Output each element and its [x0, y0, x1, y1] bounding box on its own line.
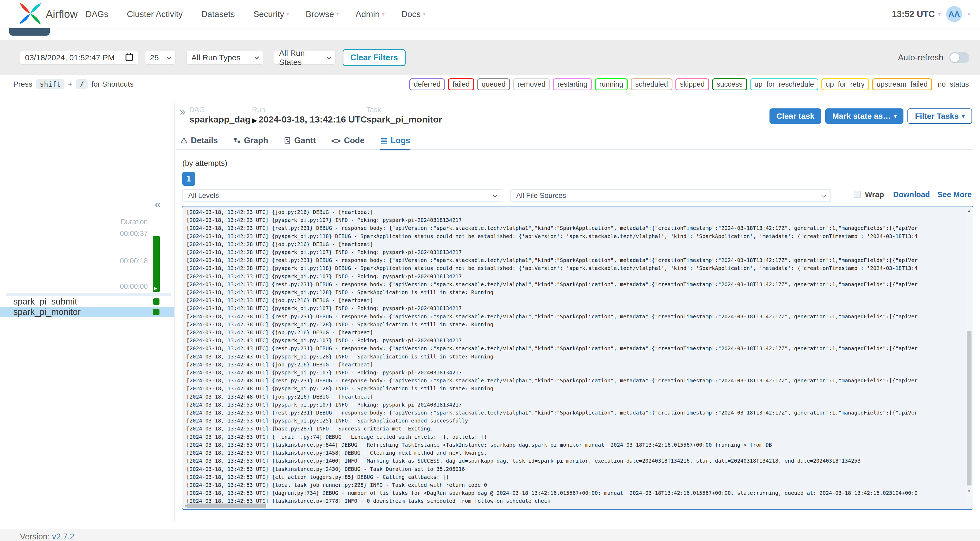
scroll-left-icon[interactable]: ◂: [185, 503, 186, 508]
status-badge: queued: [477, 78, 510, 90]
dag-link[interactable]: sparkapp_dag: [189, 114, 251, 125]
log-line: [2024-03-18, 13:42:53 UTC] {dagrun.py:73…: [186, 489, 966, 497]
airflow-page: Airflow DAGs Cluster Activity Datasets S…: [0, 0, 980, 541]
filter-tasks-button[interactable]: Filter Tasks▾: [907, 108, 972, 124]
log-line: [2024-03-18, 13:42:43 UTC] {rest.py:231}…: [186, 345, 966, 353]
run-types-select[interactable]: All Run Types: [186, 51, 263, 65]
scroll-up-icon[interactable]: ▲: [966, 208, 972, 213]
wrap-label: Wrap: [865, 190, 884, 199]
nav-item-label: Browse: [305, 9, 334, 19]
chevron-down-icon: ▾: [967, 11, 970, 18]
pane-divider[interactable]: [174, 102, 175, 521]
task-row-spark-pi-monitor[interactable]: spark_pi_monitor: [0, 307, 174, 317]
task-link[interactable]: spark_pi_monitor: [366, 114, 442, 125]
log-source-select[interactable]: All File Sources: [510, 189, 831, 202]
task-status-square[interactable]: [153, 298, 159, 305]
nav-item[interactable]: DAGs: [86, 9, 110, 19]
airflow-brand[interactable]: Airflow: [19, 2, 78, 27]
detail-tabs: Details Graph Gantt <> Code Logs: [176, 132, 973, 150]
tab-details[interactable]: Details: [180, 132, 218, 150]
nav-item[interactable]: Security ▾: [253, 9, 289, 19]
tab-label: Gantt: [294, 136, 316, 145]
scroll-down-icon[interactable]: ▼: [966, 489, 972, 494]
task-status-square[interactable]: [153, 309, 159, 315]
run-link[interactable]: ▶2024-03-18, 13:42:16 UTC: [252, 114, 367, 125]
auto-refresh-control: Auto-refresh: [898, 40, 969, 75]
run-states-value: All Run States: [279, 49, 322, 67]
tab-label: Code: [344, 136, 365, 145]
log-line: [2024-03-18, 13:42:23 UTC] {job.py:216} …: [186, 208, 966, 216]
download-link[interactable]: Download: [893, 190, 930, 199]
log-line: [2024-03-18, 13:42:48 UTC] {rest.py:231}…: [186, 377, 966, 385]
horizontal-scroll-thumb[interactable]: [187, 504, 266, 508]
cutoff-button: [9, 28, 50, 36]
duration-bar[interactable]: ▶: [153, 236, 160, 292]
status-badge: running: [595, 78, 628, 90]
log-line: [2024-03-18, 13:42:33 UTC] {pyspark_pi.p…: [186, 273, 966, 281]
duration-tick: 00:00:00: [106, 282, 148, 291]
status-badge: deferred: [409, 78, 445, 90]
nav-item[interactable]: Admin ▾: [356, 9, 385, 19]
filter-bar-inner: 25 All Run Types All Run States Clear Fi…: [20, 40, 406, 75]
warning-triangle-icon: [180, 137, 188, 144]
timezone-selector[interactable]: 13:52 UTC ▾: [892, 9, 941, 19]
collapse-sidebar-icon[interactable]: «: [155, 199, 161, 210]
task-row-spark-pi-submit[interactable]: spark_pi_submit: [0, 296, 174, 307]
nav-item[interactable]: Browse ▾: [305, 9, 339, 19]
nav-item[interactable]: Docs ▾: [401, 9, 426, 19]
horizontal-scrollbar[interactable]: ◂: [183, 503, 966, 509]
breadcrumb-separator: /: [358, 115, 361, 124]
attempt-1-button[interactable]: 1: [182, 172, 195, 186]
run-states-select[interactable]: All Run States: [274, 51, 336, 65]
version-link[interactable]: v2.7.2: [52, 532, 75, 541]
log-line: [2024-03-18, 13:42:53 UTC] {taskinstance…: [186, 457, 966, 465]
duration-tick: 00:00:18: [106, 257, 148, 265]
log-lines: [2024-03-18, 13:42:23 UTC] {job.py:216} …: [183, 207, 966, 503]
breadcrumb-dag: DAG sparkapp_dag: [189, 106, 251, 125]
graph-icon: [233, 137, 241, 144]
log-panel: [2024-03-18, 13:42:23 UTC] {job.py:216} …: [182, 206, 974, 510]
log-line: [2024-03-18, 13:42:53 UTC] {cli_action_l…: [186, 473, 966, 481]
clear-filters-button[interactable]: Clear Filters: [343, 49, 406, 66]
tab-gantt[interactable]: Gantt: [283, 132, 316, 150]
dag-label: DAG: [189, 106, 251, 114]
tab-logs[interactable]: Logs: [380, 132, 410, 150]
base-date-input[interactable]: [25, 53, 118, 62]
log-line: [2024-03-18, 13:42:53 UTC] {taskinstance…: [186, 449, 966, 457]
calendar-icon[interactable]: [125, 53, 133, 63]
log-line: [2024-03-18, 13:42:53 UTC] {taskinstance…: [186, 441, 966, 449]
nav-item[interactable]: Cluster Activity: [127, 9, 185, 19]
tab-code[interactable]: <> Code: [331, 132, 365, 150]
log-level-select[interactable]: All Levels: [182, 189, 502, 202]
vertical-scroll-thumb[interactable]: [967, 331, 972, 485]
brand-name: Airflow: [46, 8, 78, 20]
chevron-down-icon: [493, 193, 497, 198]
tab-graph[interactable]: Graph: [233, 132, 268, 150]
tab-label: Details: [191, 136, 218, 145]
vertical-scrollbar[interactable]: ▲ ▼: [966, 207, 972, 503]
log-source-value: All File Sources: [516, 192, 566, 200]
wrap-checkbox[interactable]: [854, 191, 861, 198]
log-line: [2024-03-18, 13:42:53 UTC] {__init__.py:…: [186, 433, 966, 441]
gantt-icon: [283, 137, 291, 144]
mark-state-button[interactable]: Mark state as…▾: [825, 108, 904, 124]
page-size-value: 25: [150, 53, 159, 62]
status-badge: removed: [513, 78, 550, 90]
avatar[interactable]: AA: [946, 6, 962, 22]
see-more-link[interactable]: See More: [937, 190, 972, 199]
chevron-down-icon: ▾: [938, 11, 941, 18]
status-badge: failed: [448, 78, 474, 90]
duration-axis-title: Duration: [106, 218, 148, 226]
breadcrumb-chevrons-icon: »: [180, 106, 186, 117]
clear-task-button[interactable]: Clear task: [770, 108, 821, 124]
log-line: [2024-03-18, 13:42:28 UTC] {pyspark_pi.p…: [186, 248, 966, 256]
breadcrumb-run: Run ▶2024-03-18, 13:42:16 UTC: [252, 106, 367, 125]
base-date-field[interactable]: [20, 51, 138, 65]
log-line: [2024-03-18, 13:42:33 UTC] {rest.py:231}…: [186, 281, 966, 288]
breadcrumb-separator: /: [244, 115, 247, 124]
auto-refresh-toggle[interactable]: [949, 52, 969, 63]
page-size-select[interactable]: 25: [145, 51, 176, 65]
nav-item-label: Docs: [401, 9, 421, 19]
nav-item[interactable]: Datasets: [201, 9, 237, 19]
status-badge: success: [712, 78, 747, 90]
